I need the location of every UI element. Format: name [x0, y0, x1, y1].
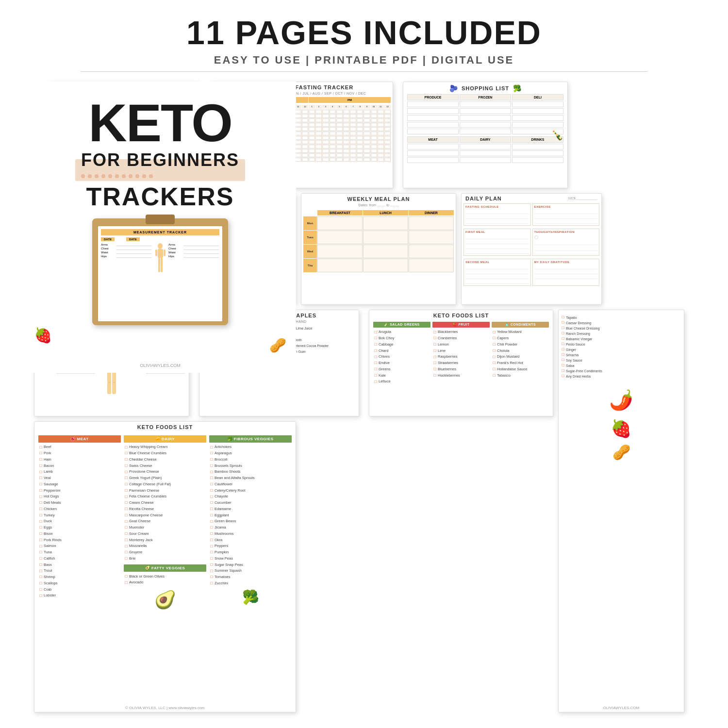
second-meal-section: SECOND MEAL: [465, 261, 529, 264]
keto-small-title: KETO FOODS LIST: [369, 310, 553, 320]
shopping-title: SHOPPING LIST: [462, 85, 509, 91]
hero-footer: OLIVIAWYLES.COM: [24, 363, 296, 368]
card-shopping-list: 🫐 SHOPPING LIST 🥦 PRODUCE FROZEN DELI ME…: [403, 82, 568, 188]
daily-plan-title: DAILY PLAN: [465, 196, 502, 201]
card-meal-plan: WEEKLY MEAL PLAN Dates: from ......... t…: [301, 193, 456, 305]
shopping-col-dairy: DAIRY: [460, 136, 511, 143]
chili-bottle-icon: 🌶️: [609, 389, 633, 412]
svg-rect-11: [164, 249, 165, 256]
svg-rect-12: [158, 257, 160, 267]
first-meal-section: FIRST MEAL: [465, 231, 529, 233]
shopping-col-frozen: FROZEN: [460, 94, 511, 100]
svg-rect-7: [112, 382, 116, 394]
daily-date-field: DATE: [568, 197, 597, 200]
card-condiments-full: Tapatio Caesar Dressing Blue Cheese Dres…: [558, 310, 684, 712]
svg-rect-14: [158, 266, 160, 272]
fasting-pm-header: PM: [309, 97, 391, 103]
clipboard-clip: [146, 215, 175, 224]
svg-point-8: [158, 243, 163, 249]
fatty-veggies-header: 🥑 FATTY VEGGIES: [124, 564, 206, 572]
fibrous-col-header: 🥦 FIBROUS VEGGIES: [209, 435, 292, 443]
catfish-item: Catfish: [38, 555, 121, 562]
gratitude-section: MY DAILY GRATITUDE: [534, 261, 598, 264]
svg-rect-9: [158, 249, 163, 258]
hero-dots: [81, 174, 239, 178]
almonds-deco: 🥜: [269, 337, 286, 353]
clipboard-body-icon: [154, 243, 166, 275]
hero-for-beginners-text: FOR BEGINNERS: [81, 149, 239, 170]
thoughts-section: THOUGHTS/INSPIRATION: [534, 231, 598, 233]
condiments-footer: OLIVIAWYLES.COM: [559, 706, 684, 710]
fruit-header: 🍓 FRUIT: [432, 322, 490, 328]
keto-large-footer: © OLIVIA WYLES, LLC | www.oliviawyles.co…: [34, 706, 296, 710]
meal-col-lunch: Lunch: [363, 210, 408, 215]
meat-col-header: 🥩 MEAT: [38, 435, 121, 443]
veggie-icon: 🥦: [513, 84, 521, 92]
condiments-header: 🧴 CONDIMENTS: [492, 322, 549, 328]
keto-large-title: KETO FOODS LIST: [34, 422, 296, 431]
shopping-col-produce: PRODUCE: [407, 94, 459, 100]
shopping-col-deli: DELI: [512, 94, 563, 100]
bottle-icon: 🍾: [551, 130, 563, 140]
meal-plan-dates: Dates: from ......... to .........: [301, 203, 456, 208]
nut-icon2: 🥜: [612, 444, 630, 461]
page-header: 11 PAGES INCLUDED EASY TO USE | PRINTABL…: [0, 0, 728, 82]
shopping-col-meat: MEAT: [407, 136, 459, 143]
meal-col-breakfast: Breakfast: [317, 210, 363, 215]
card-keto-large: KETO FOODS LIST 🥩 MEAT Beef Pork Ham Bac…: [34, 421, 296, 712]
blueberry-icon: 🫐: [449, 84, 458, 92]
pages-grid: ❄ FREEZER INVENTORY 🍲 ITEMS QUANTITY: [24, 82, 704, 703]
broccoli-icon: 🥦: [242, 589, 259, 605]
exercise-section: EXERCISE: [534, 205, 598, 208]
meal-plan-title: WEEKLY MEAL PLAN: [301, 194, 456, 203]
card-daily-plan: DAILY PLAN DATE FASTING SCHEDULE EXERCIS…: [461, 193, 602, 305]
clipboard-title-bar: MEASUREMENT TRACKER: [101, 229, 219, 235]
svg-rect-15: [161, 266, 163, 272]
main-title: 11 PAGES INCLUDED: [10, 15, 718, 51]
header-subtitle: EASY TO USE | PRINTABLE PDF | DIGITAL US…: [10, 54, 718, 66]
hero-keto-text: KETO: [81, 96, 239, 149]
svg-rect-6: [107, 382, 111, 394]
fasting-schedule-section: FASTING SCHEDULE: [465, 205, 529, 208]
strawberry-deco: 🍓: [34, 327, 52, 344]
dairy-col-header: 🧀 DAIRY: [124, 435, 206, 443]
header-divider: [81, 71, 647, 72]
strawberry-icon2: 🍓: [611, 419, 632, 439]
clipboard-mockup: MEASUREMENT TRACKER DATE DATE Arms Chest…: [92, 218, 228, 325]
salad-greens-header: 🥬 SALAD GREENS: [373, 322, 430, 328]
meal-col-dinner: Dinner: [409, 210, 454, 215]
avocado-icon: 🥑: [154, 590, 176, 610]
clipboard-paper: MEASUREMENT TRACKER DATE DATE Arms Chest…: [98, 226, 222, 321]
hero-cover: KETO FOR BEGINNERS TRACKERS MEASUREMENT …: [24, 82, 296, 373]
svg-rect-13: [161, 257, 163, 267]
hero-trackers-text: TRACKERS: [81, 182, 239, 211]
card-keto-foods-small: KETO FOODS LIST 🥬 SALAD GREENS Arugula B…: [369, 310, 553, 416]
svg-rect-10: [155, 249, 157, 256]
